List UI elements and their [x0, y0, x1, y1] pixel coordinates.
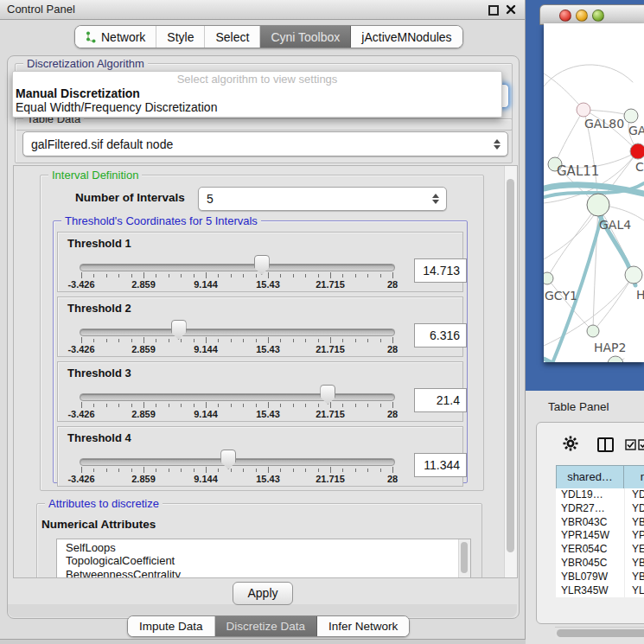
attributes-list-scrollbar[interactable]: [458, 539, 470, 578]
tab-label: Network: [101, 30, 145, 44]
network-node[interactable]: [587, 194, 609, 216]
tab-impute-data[interactable]: Impute Data: [128, 616, 215, 636]
network-graph[interactable]: GAL80GACGAL11GAL4GCY1HHAP2: [544, 23, 644, 362]
threshold-value-field[interactable]: 6.316: [414, 323, 467, 348]
network-window-titlebar[interactable]: [539, 4, 644, 25]
cell-name: YDR2: [625, 502, 644, 516]
attribute-list-item[interactable]: SelfLoops: [57, 541, 470, 554]
discretization-algorithm-group-title: Discretization Algorithm: [23, 57, 148, 70]
table-row[interactable]: YBR043CYBR0: [556, 516, 644, 530]
slider-tick-labels: -3.4262.8599.14415.4321.71528: [81, 279, 392, 290]
algorithm-option[interactable]: Equal Width/Frequency Discretization: [13, 100, 501, 114]
minimize-traffic-light[interactable]: [576, 10, 588, 22]
network-node[interactable]: [625, 266, 642, 284]
tab-jactivemnodules[interactable]: jActiveMNodules: [351, 26, 462, 48]
network-edge[interactable]: [544, 73, 583, 110]
slider-tick-labels: -3.4262.8599.14415.4321.71528: [81, 474, 392, 484]
float-window-icon[interactable]: [488, 5, 499, 16]
tab-discretize-data[interactable]: Discretize Data: [215, 616, 318, 636]
network-edge[interactable]: [547, 205, 598, 278]
algorithm-option[interactable]: Manual Discretization: [13, 86, 501, 100]
table-data-combobox-value: galFiltered.sif default node: [23, 137, 489, 151]
column-header-name[interactable]: name: [623, 465, 644, 489]
table-row[interactable]: YDL19…YDL1: [556, 488, 644, 502]
threshold-label: Threshold 1: [67, 237, 131, 250]
settings-vertical-scrollbar[interactable]: [504, 166, 517, 577]
threshold-value-field[interactable]: 11.344: [414, 453, 467, 477]
cyni-toolbox-panel: Discretization Algorithm Select algorith…: [7, 55, 520, 619]
slider-ticks: [81, 337, 392, 344]
table-data-combobox[interactable]: galFiltered.sif default node: [22, 131, 508, 156]
table-row[interactable]: YER054CYER0: [556, 543, 644, 557]
tick-label: 28: [387, 344, 398, 354]
column-header-shared-name[interactable]: shared…: [556, 465, 624, 489]
zoom-traffic-light[interactable]: [592, 10, 604, 22]
tick-label: -3.426: [67, 474, 94, 484]
interval-definition-group-title: Interval Definition: [48, 169, 142, 182]
network-node[interactable]: [624, 109, 638, 123]
network-edge[interactable]: [544, 359, 641, 362]
show-columns-icon[interactable]: [597, 437, 614, 452]
slider-track[interactable]: [80, 458, 395, 466]
slider-ticks: [81, 272, 392, 279]
algorithm-dropdown-popup: Select algorithm to view settings Manual…: [12, 71, 502, 118]
network-node[interactable]: [544, 272, 553, 284]
close-icon[interactable]: [506, 4, 516, 15]
network-edge[interactable]: [555, 110, 583, 164]
tick-label: -3.426: [67, 344, 94, 354]
tab-select[interactable]: Select: [205, 26, 260, 48]
slider-ticks: [81, 402, 392, 409]
attribute-list-item[interactable]: TopologicalCoefficient: [57, 554, 470, 567]
tick-label: -3.426: [67, 409, 94, 419]
tick-label: 21.715: [316, 474, 345, 484]
thresholds-group: Threshold's Coordinates for 5 Intervals …: [53, 220, 468, 483]
node-label: GAL80: [584, 117, 624, 131]
numerical-attributes-list[interactable]: SelfLoopsTopologicalCoefficientBetweenne…: [56, 539, 471, 578]
slider-track[interactable]: [80, 264, 395, 271]
tick-label: 9.144: [194, 474, 218, 484]
threshold-label: Threshold 3: [67, 367, 131, 379]
tab-infer-network[interactable]: Infer Network: [317, 616, 409, 636]
attribute-list-item[interactable]: BetweennessCentrality: [57, 568, 470, 578]
slider-tick-labels: -3.4262.8599.14415.4321.71528: [81, 344, 392, 354]
number-of-intervals-combobox[interactable]: 5: [198, 187, 447, 211]
apply-button[interactable]: Apply: [233, 582, 293, 605]
cell-name: YBR0: [625, 557, 644, 571]
threshold-value-field[interactable]: 14.713: [414, 258, 467, 283]
tab-network[interactable]: Network: [75, 26, 156, 48]
table-row[interactable]: YDR27…YDR2: [556, 502, 644, 516]
checkbox-icon[interactable]: [638, 439, 644, 450]
network-node[interactable]: [630, 143, 644, 159]
table-row[interactable]: YBR045CYBR0: [556, 557, 644, 571]
table-horizontal-scrollbar[interactable]: [555, 627, 644, 639]
tick-label: 15.43: [256, 409, 280, 419]
control-panel-window: Control Panel NetworkStyleSelectCyni Too…: [0, 0, 526, 640]
gear-icon[interactable]: [563, 436, 578, 451]
network-canvas[interactable]: GAL80GACGAL11GAL4GCY1HHAP2: [544, 23, 644, 362]
slider-track[interactable]: [80, 393, 395, 401]
slider-track[interactable]: [80, 328, 395, 336]
scrollbar-thumb[interactable]: [557, 629, 644, 637]
table-row[interactable]: YPR145WYPR1: [556, 529, 644, 543]
network-edge[interactable]: [547, 278, 593, 331]
close-traffic-light[interactable]: [559, 10, 571, 22]
threshold-panel: Threshold 3-3.4262.8599.14415.4321.71528…: [57, 361, 463, 422]
table-row[interactable]: YBL079WYBL0: [556, 571, 644, 584]
network-node[interactable]: [577, 103, 590, 117]
network-node[interactable]: [587, 325, 599, 337]
threshold-value-field[interactable]: 21.4: [414, 388, 467, 412]
combo-arrows-icon: [428, 194, 443, 204]
checkbox-icon[interactable]: [625, 439, 636, 450]
table-data-group: Table Data galFiltered.sif default node: [15, 118, 513, 163]
cell-name: YPR1: [625, 529, 644, 543]
scrollbar-thumb[interactable]: [507, 179, 514, 552]
tab-cyni-toolbox[interactable]: Cyni Toolbox: [260, 26, 351, 48]
threshold-panel: Threshold 4-3.4262.8599.14415.4321.71528…: [57, 426, 463, 487]
tab-style[interactable]: Style: [156, 26, 205, 48]
cell-shared-name: YDR27…: [556, 502, 625, 516]
node-table[interactable]: YDL19…YDL1YDR27…YDR2YBR043CYBR0YPR145WYP…: [556, 488, 644, 597]
network-node[interactable]: [608, 356, 623, 362]
slider-tick-labels: -3.4262.8599.14415.4321.71528: [81, 409, 392, 419]
table-row[interactable]: YLR345WYLR3: [556, 584, 644, 597]
network-edge[interactable]: [593, 205, 598, 331]
